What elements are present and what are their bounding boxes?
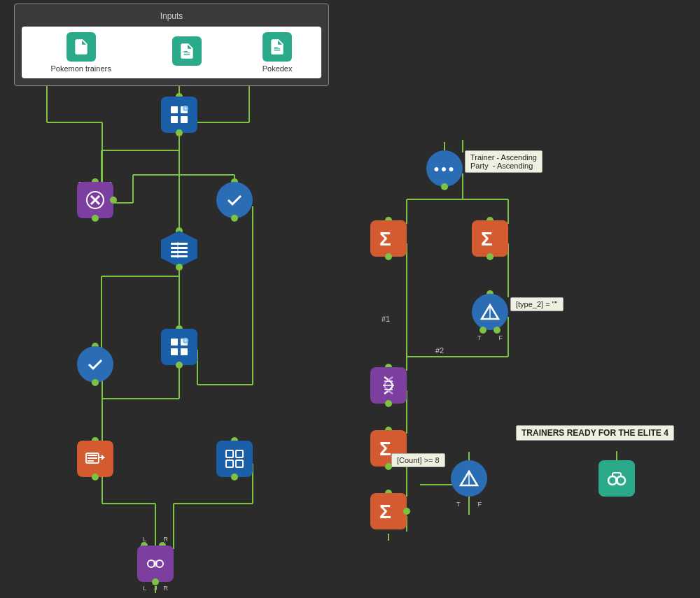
svg-rect-50	[171, 116, 178, 123]
sort-asc-icon: ●●●	[426, 150, 463, 187]
filter2-t-label: T	[456, 501, 461, 508]
sum-1-node[interactable]: Σ	[370, 220, 407, 257]
sum-2-icon: Σ	[472, 220, 508, 257]
join-antenna-bottom	[155, 586, 156, 593]
hash1-label: #1	[382, 315, 390, 323]
grid-hex-icon	[161, 231, 197, 267]
checkmark2-port-bottom	[92, 379, 99, 386]
sort-port-bottom	[92, 215, 99, 222]
filter2-antenna-top	[468, 452, 470, 460]
svg-rect-48	[171, 106, 178, 113]
sort-asc-tooltip-line1: Trainer - Ascending Party - Ascending	[470, 153, 537, 170]
sparkle-grid-2-node[interactable]	[161, 329, 197, 365]
svg-text:Σ: Σ	[379, 438, 391, 460]
binoculars-node[interactable]	[598, 460, 635, 497]
sort-asc-node[interactable]: ●●● Trainer - Ascending Party - Ascendin…	[426, 150, 463, 187]
inputs-row: Pokemon trainers Pokedex	[22, 27, 321, 78]
grid2-port-bottom	[231, 474, 238, 480]
sort-port-right	[110, 197, 117, 204]
filter-2-node[interactable]: T F [Count] >= 8	[451, 460, 487, 497]
inputs-box: Inputs Pokemon trainers Pokedex	[14, 3, 329, 86]
svg-text:Σ: Σ	[379, 501, 391, 522]
filter-1-node[interactable]: T F [type_2] = ""	[472, 294, 508, 330]
sort-asc-tooltip: Trainer - Ascending Party - Ascending	[465, 150, 542, 173]
svg-point-76	[153, 560, 158, 567]
checkmark-1-icon	[216, 182, 253, 218]
output-text: TRAINERS READY FOR THE ELITE 4	[522, 428, 668, 438]
join-port-r-label: R	[164, 585, 169, 592]
sparkle-grid-1-icon	[161, 97, 197, 133]
grid-2-icon	[216, 441, 253, 477]
dna-node[interactable]	[370, 367, 407, 404]
svg-rect-72	[226, 460, 233, 467]
checkmark-1-node[interactable]	[216, 182, 253, 218]
input2-icon	[172, 36, 202, 66]
filter-2-icon	[451, 460, 487, 497]
input-item-trainers[interactable]: Pokemon trainers	[50, 32, 111, 73]
svg-rect-57	[171, 247, 188, 249]
connections-layer	[0, 0, 700, 598]
join-icon	[137, 546, 174, 582]
input-item-2[interactable]	[172, 36, 202, 69]
svg-rect-64	[181, 348, 188, 355]
filter2-tooltip: [Count] >= 8	[391, 453, 445, 467]
binoculars-antenna-top	[616, 452, 617, 460]
svg-rect-59	[171, 255, 188, 257]
filter1-port-t	[479, 327, 486, 334]
sum-4-node[interactable]: Σ	[370, 493, 407, 529]
filter1-tooltip: [type_2] = ""	[510, 297, 564, 311]
sum2-port-bottom	[486, 253, 493, 260]
grid-hex-node[interactable]	[161, 231, 197, 267]
join-port-bottom	[152, 578, 159, 585]
sum4-antenna-bottom	[388, 534, 389, 541]
svg-rect-51	[181, 116, 188, 123]
checkmark-2-node[interactable]	[77, 346, 113, 383]
svg-rect-61	[171, 339, 178, 346]
svg-rect-69	[88, 460, 94, 462]
grid-hex-port-bottom	[176, 264, 183, 271]
sum-1-icon: Σ	[370, 220, 407, 257]
export-node[interactable]	[77, 441, 113, 477]
output-label: TRAINERS READY FOR THE ELITE 4	[516, 425, 674, 441]
svg-text:Σ: Σ	[379, 228, 391, 250]
dna-port-bottom	[385, 400, 392, 407]
sort-icon	[77, 182, 113, 218]
svg-rect-68	[88, 457, 97, 459]
sparkle-grid-1-port-bottom	[176, 129, 183, 136]
join-node[interactable]: L J R L R	[137, 546, 174, 582]
svg-rect-90	[615, 479, 618, 482]
dna-icon	[370, 367, 407, 404]
join-port-rtop-label: R	[164, 536, 169, 543]
checkmark1-port-bottom	[231, 215, 238, 222]
sparkle-grid-2-port-bottom	[176, 362, 183, 369]
svg-rect-71	[236, 450, 243, 457]
filter2-f-label: F	[478, 501, 482, 508]
svg-rect-73	[236, 460, 243, 467]
join-port-l-label: L	[143, 585, 146, 592]
trainers-icon	[66, 32, 96, 62]
svg-rect-58	[171, 251, 188, 253]
inputs-title: Inputs	[22, 11, 321, 21]
filter1-t-label: T	[477, 334, 482, 341]
checkmark-2-icon	[77, 346, 113, 383]
sparkle-grid-2-icon	[161, 329, 197, 365]
filter2-tooltip-text: [Count] >= 8	[397, 456, 440, 464]
sort-asc-port-bottom	[441, 183, 448, 190]
sort-node[interactable]: F R	[77, 182, 113, 218]
join-port-ltop-label: L	[143, 536, 146, 543]
filter1-port-f	[493, 327, 500, 334]
svg-rect-63	[171, 348, 178, 355]
grid-2-node[interactable]	[216, 441, 253, 477]
binoculars-icon	[598, 460, 635, 497]
filter1-tooltip-text: [type_2] = ""	[516, 300, 558, 308]
pokedex-label: Pokedex	[262, 64, 293, 73]
sum4-port-right	[403, 508, 410, 515]
svg-rect-70	[226, 450, 233, 457]
svg-rect-56	[171, 243, 188, 245]
input-item-pokedex[interactable]: Pokedex	[262, 32, 293, 73]
sparkle-grid-1-node[interactable]	[161, 97, 197, 133]
sum-2-node[interactable]: Σ	[472, 220, 508, 257]
sum-4-icon: Σ	[370, 493, 407, 529]
export-icon	[77, 441, 113, 477]
export-port-bottom	[92, 474, 99, 480]
